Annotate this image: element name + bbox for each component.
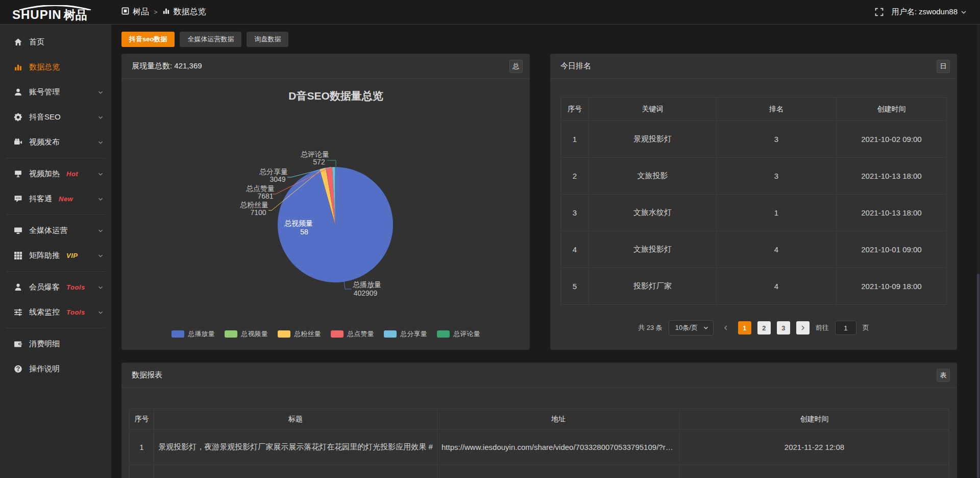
username-label: 用户名: zswodun88 bbox=[892, 7, 958, 17]
page-size-value: 10条/页 bbox=[675, 323, 698, 332]
sidebar-item-5[interactable]: 视频发布 bbox=[0, 130, 111, 155]
ranking-cell: 投影灯厂家 bbox=[589, 268, 717, 305]
sidebar-item-9[interactable]: 矩阵助推VIP bbox=[0, 243, 111, 268]
ranking-col-header: 序号 bbox=[561, 98, 589, 121]
ranking-row[interactable]: 5投影灯厂家42021-10-09 18:00 bbox=[561, 268, 947, 305]
pie-chart-area: D音SEO数据量总览总播放量402909总视频量58总粉丝量7100总点赞量76… bbox=[121, 79, 530, 323]
sidebar-item-13[interactable]: 操作说明 bbox=[0, 356, 111, 381]
seo-chart-panel: 展现量总数: 421,369 总 D音SEO数据量总览总播放量402909总视频… bbox=[121, 54, 530, 350]
table-badge-button[interactable]: 表 bbox=[937, 369, 950, 382]
day-badge-button[interactable]: 日 bbox=[937, 60, 950, 73]
legend-item-总评论量[interactable]: 总评论量 bbox=[437, 329, 480, 339]
ranking-row[interactable]: 4文旅投影灯42021-10-01 09:00 bbox=[561, 231, 947, 268]
ranking-cell: 2021-10-01 09:00 bbox=[837, 231, 947, 268]
chevron-down-icon bbox=[97, 114, 104, 121]
breadcrumb-current[interactable]: 数据总览 bbox=[162, 7, 206, 17]
tab-1[interactable]: 抖音seo数据 bbox=[121, 32, 175, 47]
sidebar-item-6[interactable]: 视频加热Hot bbox=[0, 161, 111, 186]
report-cell-title: 景观投影灯，夜游景观投影灯厂家展示展示落花灯在花园里的灯光投影应用效果 # bbox=[154, 429, 437, 465]
sidebar-item-7[interactable]: 抖客通New bbox=[0, 186, 111, 211]
report-row[interactable]: 1景观投影灯，夜游景观投影灯厂家展示展示落花灯在花园里的灯光投影应用效果 #ht… bbox=[130, 429, 949, 465]
page-button-3[interactable]: 3 bbox=[777, 321, 790, 334]
sidebar-item-label: 矩阵助推 bbox=[29, 251, 60, 260]
chevron-down-icon bbox=[97, 139, 104, 146]
brand-logo[interactable]: SHUPIN 树品 bbox=[0, 4, 111, 21]
pagination-total: 共 23 条 bbox=[638, 323, 663, 332]
legend-swatch bbox=[437, 330, 450, 338]
ranking-row[interactable]: 2文旅投影32021-10-13 18:00 bbox=[561, 158, 947, 195]
sidebar-item-label: 操作说明 bbox=[29, 364, 60, 374]
sidebar-divider bbox=[6, 214, 105, 215]
page-button-1[interactable]: 1 bbox=[738, 321, 751, 334]
sidebar-item-label: 首页 bbox=[29, 37, 44, 47]
fullscreen-icon[interactable] bbox=[875, 8, 884, 16]
video-camera-icon bbox=[14, 138, 22, 147]
ranking-col-header: 关键词 bbox=[589, 98, 717, 121]
grid-icon bbox=[14, 251, 22, 260]
pie-label-line-总评论量 bbox=[327, 160, 336, 166]
pie-label-name-总评论量: 总评论量 bbox=[301, 150, 329, 158]
prev-page-button[interactable] bbox=[720, 321, 732, 334]
scrollbar-thumb[interactable] bbox=[977, 274, 979, 478]
legend-item-总粉丝量[interactable]: 总粉丝量 bbox=[278, 329, 321, 339]
legend-item-总播放量[interactable]: 总播放量 bbox=[172, 329, 215, 339]
sidebar-menu: 首页数据总览账号管理抖音SEO视频发布视频加热Hot抖客通New全媒体运营矩阵助… bbox=[0, 30, 111, 381]
sidebar-item-label: 抖音SEO bbox=[29, 112, 61, 122]
breadcrumb-separator: > bbox=[154, 8, 158, 16]
ranking-cell: 文旅水纹灯 bbox=[589, 195, 717, 231]
member-icon bbox=[14, 283, 22, 292]
sidebar-item-4[interactable]: 抖音SEO bbox=[0, 105, 111, 130]
ranking-title: 今日排名 bbox=[560, 61, 591, 71]
breadcrumb-root[interactable]: 树品 bbox=[121, 7, 149, 17]
ranking-table: 序号关键词排名创建时间 1景观投影灯32021-10-02 09:002文旅投影… bbox=[560, 97, 947, 305]
page-scrollbar[interactable] bbox=[976, 25, 980, 478]
comment-icon bbox=[14, 195, 22, 203]
impressions-value: 421,369 bbox=[174, 61, 202, 70]
sidebar-item-3[interactable]: 账号管理 bbox=[0, 80, 111, 105]
legend-item-总视频量[interactable]: 总视频量 bbox=[225, 329, 268, 339]
today-ranking-panel: 今日排名 日 序号关键词排名创建时间 1景观投影灯32021-10-02 09:… bbox=[550, 54, 957, 350]
sidebar-item-2[interactable]: 数据总览 bbox=[0, 55, 111, 80]
panels-row: 展现量总数: 421,369 总 D音SEO数据量总览总播放量402909总视频… bbox=[121, 54, 957, 350]
pagination: 共 23 条10条/页123前往页 bbox=[550, 320, 957, 336]
ranking-cell: 文旅投影 bbox=[589, 158, 717, 195]
ranking-cell: 5 bbox=[561, 268, 589, 305]
sidebar-item-tag: Tools bbox=[66, 308, 85, 316]
goto-page-input[interactable] bbox=[835, 321, 856, 335]
tab-2[interactable]: 全媒体运营数据 bbox=[180, 32, 241, 47]
pie-label-name-总视频量: 总视频量 bbox=[284, 219, 313, 227]
legend-item-总点赞量[interactable]: 总点赞量 bbox=[331, 329, 374, 339]
sidebar-item-11[interactable]: 线索监控Tools bbox=[0, 300, 111, 325]
sidebar-divider bbox=[6, 328, 105, 328]
total-badge-button[interactable]: 总 bbox=[509, 60, 523, 73]
sidebar-item-8[interactable]: 全媒体运营 bbox=[0, 218, 111, 243]
goto-label: 前往 bbox=[816, 323, 829, 332]
legend-label: 总点赞量 bbox=[348, 329, 374, 339]
bar-chart-icon bbox=[14, 63, 22, 71]
chevron-down-icon bbox=[97, 196, 104, 202]
question-icon bbox=[14, 365, 22, 373]
ranking-row[interactable]: 3文旅水纹灯12021-10-13 18:00 bbox=[561, 195, 947, 231]
chevron-down-icon bbox=[97, 228, 104, 234]
report-cell-url[interactable]: https://www.iesdouyin.com/share/video/70… bbox=[437, 429, 680, 465]
sidebar-item-tag: New bbox=[59, 195, 73, 203]
logo-text: SHUPIN 树品 bbox=[12, 9, 111, 21]
ranking-row[interactable]: 1景观投影灯32021-10-02 09:00 bbox=[561, 121, 947, 158]
sidebar: 首页数据总览账号管理抖音SEO视频发布视频加热Hot抖客通New全媒体运营矩阵助… bbox=[0, 25, 111, 478]
next-page-button[interactable] bbox=[796, 321, 810, 334]
page-button-2[interactable]: 2 bbox=[757, 321, 771, 334]
user-icon bbox=[14, 88, 22, 97]
sidebar-item-10[interactable]: 会员爆客Tools bbox=[0, 275, 111, 300]
ranking-col-header: 创建时间 bbox=[837, 98, 947, 121]
sidebar-item-12[interactable]: 消费明细 bbox=[0, 331, 111, 356]
pie-label-name-总粉丝量: 总粉丝量 bbox=[240, 201, 268, 209]
report-panel-header: 数据报表 表 bbox=[121, 363, 957, 388]
page-size-select[interactable]: 10条/页 bbox=[669, 320, 714, 336]
tab-3[interactable]: 询盘数据 bbox=[247, 32, 288, 47]
username-menu[interactable]: 用户名: zswodun88 bbox=[892, 7, 967, 17]
screen-heat-icon bbox=[14, 170, 22, 178]
legend-label: 总分享量 bbox=[401, 329, 427, 339]
sidebar-item-1[interactable]: 首页 bbox=[0, 30, 111, 55]
legend-item-总分享量[interactable]: 总分享量 bbox=[384, 329, 427, 339]
sidebar-item-label: 视频加热 bbox=[29, 169, 60, 179]
